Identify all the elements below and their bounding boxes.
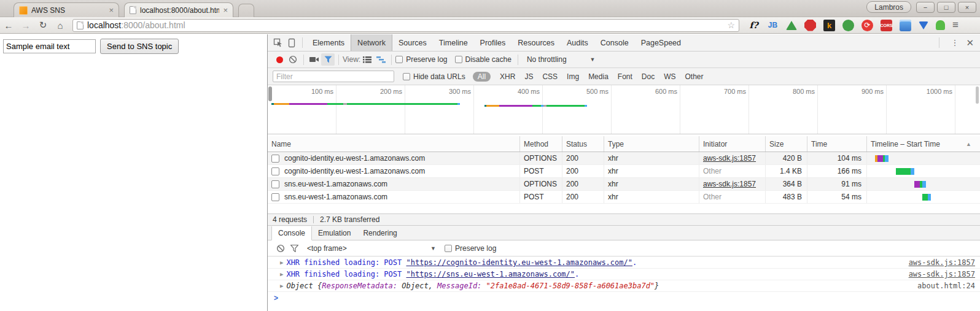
record-icon[interactable] bbox=[273, 53, 286, 66]
request-checkbox[interactable] bbox=[271, 193, 279, 201]
filter-pill-font[interactable]: Font bbox=[618, 72, 632, 81]
column-header-size[interactable]: Size bbox=[766, 136, 807, 152]
window-icon[interactable] bbox=[900, 20, 911, 31]
request-checkbox[interactable] bbox=[271, 167, 279, 175]
filter-pill-ws[interactable]: WS bbox=[664, 72, 675, 81]
cors-icon[interactable]: CORS bbox=[881, 20, 892, 31]
fn-script-icon[interactable]: f? bbox=[748, 20, 760, 31]
list-view-icon[interactable] bbox=[360, 53, 374, 66]
message-source-link[interactable]: about.html:24 bbox=[917, 282, 975, 290]
filter-icon[interactable] bbox=[321, 53, 335, 66]
devtools-tab-sources[interactable]: Sources bbox=[392, 34, 433, 51]
column-header-type[interactable]: Type bbox=[604, 136, 699, 152]
console-filter-icon[interactable] bbox=[287, 242, 301, 255]
devtools-tab-audits[interactable]: Audits bbox=[561, 34, 594, 51]
filter-pill-xhr[interactable]: XHR bbox=[500, 72, 515, 81]
browser-tab[interactable]: AWS SNS× bbox=[14, 2, 119, 17]
window-close-button[interactable]: × bbox=[958, 2, 976, 13]
devtools-tab-elements[interactable]: Elements bbox=[306, 34, 351, 51]
filter-pill-img[interactable]: Img bbox=[567, 72, 579, 81]
overview-scrubber[interactable] bbox=[268, 86, 272, 101]
devtools-menu-icon[interactable]: ⋮ bbox=[951, 41, 959, 44]
column-header-status[interactable]: Status bbox=[562, 136, 604, 152]
devtools-tab-network[interactable]: Network bbox=[351, 34, 392, 51]
frame-context-select[interactable]: <top frame> ▼ bbox=[307, 244, 436, 253]
request-checkbox[interactable] bbox=[271, 180, 279, 188]
inspect-element-icon[interactable] bbox=[271, 37, 285, 49]
browser-tab[interactable]: localhost:8000/about.htm× bbox=[124, 2, 233, 17]
network-request-row[interactable]: sns.eu-west-1.amazonaws.comPOST200xhrOth… bbox=[268, 191, 980, 204]
preserve-log-checkbox[interactable] bbox=[395, 56, 403, 63]
disable-cache-checkbox[interactable] bbox=[455, 56, 462, 63]
message-source-link[interactable]: aws-sdk.js:1857 bbox=[909, 258, 975, 267]
device-mode-icon[interactable] bbox=[285, 37, 298, 49]
throttling-select[interactable]: No throttling ▼ bbox=[527, 55, 596, 64]
column-header-name[interactable]: Name bbox=[268, 136, 520, 152]
network-request-row[interactable]: cognito-identity.eu-west-1.amazonaws.com… bbox=[268, 152, 980, 165]
console-message[interactable]: ▶Object {ResponseMetadata: Object, Messa… bbox=[268, 280, 980, 292]
disclosure-triangle-icon[interactable]: ▶ bbox=[280, 271, 283, 277]
down-arrow-icon[interactable] bbox=[919, 21, 928, 29]
clear-icon[interactable] bbox=[286, 53, 300, 66]
email-text-input[interactable] bbox=[3, 39, 96, 53]
filter-pill-css[interactable]: CSS bbox=[542, 72, 558, 81]
initiator-link[interactable]: aws-sdk.js:1857 bbox=[703, 180, 756, 188]
bookmark-star-icon[interactable]: ☆ bbox=[727, 20, 735, 30]
devtools-tab-resources[interactable]: Resources bbox=[511, 34, 561, 51]
network-overview[interactable]: 100 ms200 ms300 ms400 ms500 ms600 ms700 … bbox=[268, 85, 980, 134]
stop-hand-icon[interactable] bbox=[804, 20, 816, 31]
message-source-link[interactable]: aws-sdk.js:1857 bbox=[909, 270, 975, 278]
column-header-timeline[interactable]: Timeline – Start Time▲ bbox=[867, 136, 980, 152]
window-maximize-button[interactable]: □ bbox=[937, 2, 955, 13]
message-part-url[interactable]: "https://cognito-identity.eu-west-1.amaz… bbox=[406, 258, 632, 267]
jb-icon[interactable]: JB bbox=[767, 20, 779, 31]
initiator-link[interactable]: aws-sdk.js:1857 bbox=[703, 154, 756, 163]
devtools-tab-profiles[interactable]: Profiles bbox=[474, 34, 512, 51]
android-icon[interactable] bbox=[936, 20, 945, 30]
filter-pill-all[interactable]: All bbox=[473, 72, 491, 82]
column-header-time[interactable]: Time bbox=[807, 136, 867, 152]
console-drawer-tab-rendering[interactable]: Rendering bbox=[357, 226, 403, 240]
devtools-close-icon[interactable]: ✕ bbox=[966, 37, 974, 48]
filter-pill-media[interactable]: Media bbox=[588, 72, 609, 81]
speech-bubble-icon[interactable] bbox=[842, 20, 854, 31]
address-bar[interactable]: localhost:8000/about.html ☆ bbox=[72, 19, 739, 32]
forward-icon[interactable]: → bbox=[17, 20, 34, 31]
hide-data-urls-checkbox[interactable] bbox=[403, 73, 410, 80]
reload-icon[interactable]: ↻ bbox=[34, 20, 52, 31]
filter-pill-other[interactable]: Other bbox=[685, 72, 704, 81]
back-icon[interactable]: ← bbox=[0, 20, 17, 31]
tab-close-icon[interactable]: × bbox=[223, 6, 228, 14]
console-preserve-log-checkbox[interactable] bbox=[445, 245, 452, 252]
drive-icon[interactable] bbox=[786, 21, 797, 30]
filter-input[interactable] bbox=[273, 71, 394, 82]
console-drawer-tab-emulation[interactable]: Emulation bbox=[312, 226, 357, 240]
request-checkbox[interactable] bbox=[271, 155, 279, 163]
console-message[interactable]: ▶XHR finished loading: POST "https://sns… bbox=[268, 269, 980, 280]
console-message[interactable]: ▶XHR finished loading: POST "https://cog… bbox=[268, 257, 980, 269]
message-part-url[interactable]: "https://sns.eu-west-1.amazonaws.com/" bbox=[406, 270, 575, 278]
network-request-row[interactable]: sns.eu-west-1.amazonaws.comOPTIONS200xhr… bbox=[268, 178, 980, 191]
send-to-sns-button[interactable]: Send to SNS topic bbox=[100, 39, 179, 54]
column-header-method[interactable]: Method bbox=[520, 136, 562, 152]
disclosure-triangle-icon[interactable]: ▶ bbox=[280, 283, 283, 289]
console-clear-icon[interactable] bbox=[274, 242, 287, 255]
refresh-circle-icon[interactable]: ⟳ bbox=[861, 20, 873, 31]
console-drawer-tab-console[interactable]: Console bbox=[271, 226, 312, 240]
new-tab-button[interactable] bbox=[238, 4, 254, 17]
column-header-initiator[interactable]: Initiator bbox=[699, 136, 766, 152]
devtools-tab-timeline[interactable]: Timeline bbox=[433, 34, 474, 51]
filmstrip-icon[interactable] bbox=[308, 53, 321, 66]
tab-close-icon[interactable]: × bbox=[109, 6, 114, 14]
devtools-tab-console[interactable]: Console bbox=[594, 34, 635, 51]
filter-pill-js[interactable]: JS bbox=[524, 72, 533, 81]
chrome-menu-icon[interactable]: ≡ bbox=[952, 19, 959, 31]
k-icon[interactable]: k bbox=[823, 20, 835, 31]
console-prompt[interactable]: > bbox=[268, 292, 980, 304]
disclosure-triangle-icon[interactable]: ▶ bbox=[280, 259, 283, 266]
filter-pill-doc[interactable]: Doc bbox=[642, 72, 655, 81]
waterfall-view-icon[interactable] bbox=[374, 53, 387, 66]
window-minimize-button[interactable]: − bbox=[916, 2, 935, 13]
devtools-tab-pagespeed[interactable]: PageSpeed bbox=[635, 34, 687, 51]
home-icon[interactable]: ⌂ bbox=[52, 20, 69, 31]
